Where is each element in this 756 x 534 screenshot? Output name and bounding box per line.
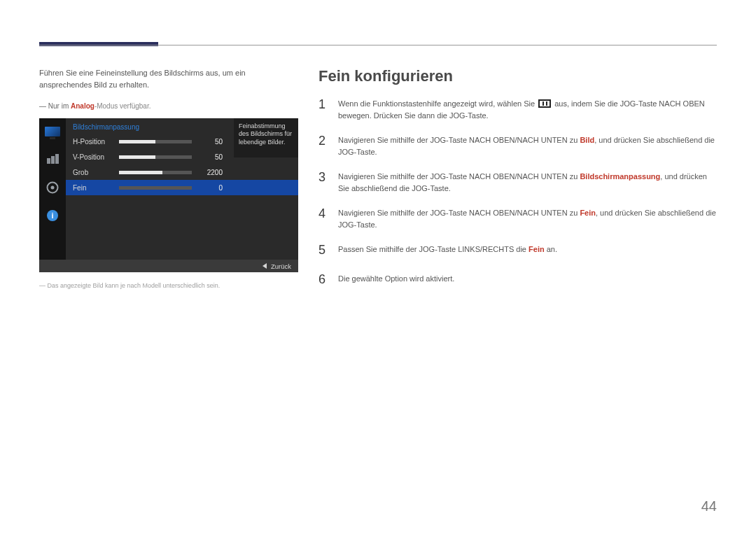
step-number: 5 — [318, 241, 328, 260]
step-text: Navigieren Sie mithilfe der JOG-Taste NA… — [338, 136, 580, 144]
step-number: 6 — [318, 270, 328, 290]
page-number: 44 — [701, 498, 717, 514]
step-6: 6 Die gewählte Option wird aktiviert. — [318, 270, 718, 290]
step-body: Passen Sie mithilfe der JOG-Taste LINKS/… — [338, 241, 718, 260]
image-disclaimer: ― Das angezeigte Bild kann je nach Model… — [39, 282, 298, 289]
osd-footer: Zurück — [39, 260, 298, 272]
step-1: 1 Wenn die Funktionstastenhilfe angezeig… — [318, 95, 718, 122]
osd-bar — [119, 140, 192, 143]
svg-rect-2 — [55, 154, 59, 164]
keyword-bild: Bild — [580, 136, 594, 144]
osd-value: 50 — [197, 138, 223, 146]
step-text: Wenn die Funktionstastenhilfe angezeigt … — [338, 99, 537, 108]
osd-label: V-Position — [73, 153, 119, 161]
osd-screenshot: i Bildschirmanpassung Feinabstimmung des… — [39, 118, 298, 272]
step-body: Navigieren Sie mithilfe der JOG-Taste NA… — [338, 168, 718, 195]
svg-point-4 — [51, 186, 55, 190]
step-body: Die gewählte Option wird aktiviert. — [338, 270, 718, 290]
step-number: 3 — [318, 168, 328, 195]
step-text: Navigieren Sie mithilfe der JOG-Taste NA… — [338, 209, 580, 217]
step-text: Navigieren Sie mithilfe der JOG-Taste NA… — [338, 172, 580, 181]
osd-bar — [119, 155, 192, 159]
step-3: 3 Navigieren Sie mithilfe der JOG-Taste … — [318, 168, 718, 195]
osd-bar — [119, 186, 192, 190]
gear-icon — [45, 181, 60, 194]
header-rule — [39, 45, 717, 45]
analog-keyword: Analog — [71, 102, 94, 110]
step-body: Navigieren Sie mithilfe der JOG-Taste NA… — [338, 204, 718, 231]
osd-row-fein: Fein 0 — [66, 180, 298, 195]
step-number: 1 — [318, 95, 328, 122]
keyword-fein: Fein — [528, 245, 545, 253]
right-column: Fein konfigurieren 1 Wenn die Funktionst… — [318, 67, 718, 290]
mode-note: ― Nur im Analog-Modus verfügbar. — [39, 101, 298, 111]
osd-tooltip: Feinabstimmung des Bildschirms für leben… — [234, 118, 298, 157]
info-icon: i — [45, 209, 60, 222]
step-5: 5 Passen Sie mithilfe der JOG-Taste LINK… — [318, 241, 718, 260]
left-column: Führen Sie eine Feineinstellung des Bild… — [39, 67, 298, 289]
osd-row-grob: Grob 2200 — [66, 164, 298, 180]
osd-label: Grob — [73, 169, 119, 176]
osd-back-label: Zurück — [271, 262, 291, 270]
accent-bar — [39, 42, 158, 46]
step-number: 4 — [318, 204, 328, 231]
monitor-icon — [45, 125, 60, 138]
osd-main: Bildschirmanpassung Feinabstimmung des B… — [66, 118, 298, 260]
note-suffix: -Modus verfügbar. — [94, 102, 151, 110]
step-number: 2 — [318, 132, 328, 158]
keyword-bildschirmanpassung: Bildschirmanpassung — [580, 172, 660, 181]
step-text: an. — [545, 245, 557, 253]
osd-value: 50 — [197, 153, 223, 161]
menu-icon — [538, 99, 551, 108]
osd-label: H-Position — [73, 138, 119, 146]
step-2: 2 Navigieren Sie mithilfe der JOG-Taste … — [318, 132, 718, 158]
step-body: Navigieren Sie mithilfe der JOG-Taste NA… — [338, 132, 718, 158]
svg-rect-1 — [51, 156, 55, 164]
osd-value: 2200 — [197, 169, 223, 176]
back-arrow-icon — [262, 263, 267, 269]
osd-label: Fein — [73, 184, 119, 192]
keyword-fein: Fein — [580, 209, 596, 217]
note-prefix: ― Nur im — [39, 102, 71, 110]
step-body: Wenn die Funktionstastenhilfe angezeigt … — [338, 95, 718, 122]
page-title: Fein konfigurieren — [318, 67, 718, 85]
osd-bar — [119, 171, 192, 174]
osd-sidebar: i — [39, 118, 66, 260]
step-text: Passen Sie mithilfe der JOG-Taste LINKS/… — [338, 245, 528, 253]
svg-rect-0 — [47, 158, 50, 164]
picture-icon — [45, 153, 60, 166]
step-4: 4 Navigieren Sie mithilfe der JOG-Taste … — [318, 204, 718, 231]
intro-text: Führen Sie eine Feineinstellung des Bild… — [39, 67, 298, 90]
osd-value: 0 — [197, 184, 223, 192]
step-list: 1 Wenn die Funktionstastenhilfe angezeig… — [318, 95, 718, 290]
